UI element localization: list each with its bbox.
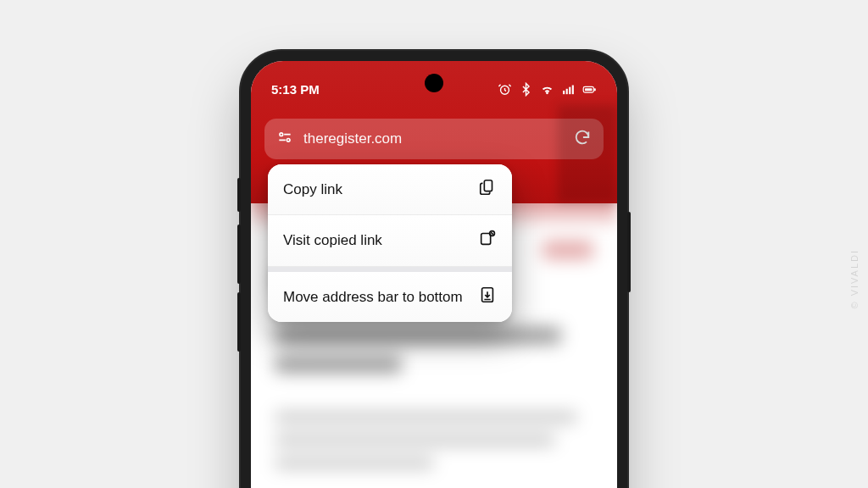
menu-item-label: Move address bar to bottom (283, 288, 478, 306)
wifi-icon (540, 82, 554, 97)
front-camera (425, 74, 443, 92)
phone-frame: 5:13 PM (241, 51, 627, 488)
visit-link-icon (478, 229, 497, 252)
bluetooth-icon (519, 82, 533, 97)
svg-rect-4 (572, 85, 574, 94)
copy-icon (478, 178, 497, 201)
blurred-line (275, 458, 434, 469)
address-bar[interactable]: theregister.com (264, 119, 604, 159)
volume-up-button (237, 225, 241, 284)
header-shadow (558, 105, 617, 203)
volume-down-button (237, 292, 241, 352)
menu-item-move-address-bar[interactable]: Move address bar to bottom (268, 267, 512, 322)
blurred-line (542, 241, 593, 259)
svg-rect-6 (594, 88, 596, 91)
blurred-line (275, 435, 555, 446)
alarm-icon (498, 82, 512, 97)
watermark: © VIVALDI (849, 249, 860, 309)
status-icons (498, 82, 597, 97)
move-down-icon (478, 286, 497, 308)
context-menu: Copy link Visit copied link Move address… (268, 164, 512, 322)
blurred-line (275, 356, 402, 373)
address-url[interactable]: theregister.com (303, 130, 563, 147)
status-time: 5:13 PM (271, 82, 320, 97)
svg-point-8 (280, 133, 283, 136)
svg-rect-1 (563, 90, 565, 93)
menu-item-visit-copied-link[interactable]: Visit copied link (268, 215, 512, 266)
power-button (627, 212, 631, 292)
svg-line-15 (491, 232, 493, 235)
menu-item-copy-link[interactable]: Copy link (268, 164, 512, 215)
screen: 5:13 PM (251, 61, 617, 488)
site-settings-icon[interactable] (276, 129, 293, 149)
stage: © VIVALDI 5:13 PM (0, 0, 868, 488)
signal-icon (561, 82, 576, 97)
svg-rect-2 (566, 88, 568, 93)
blurred-line (275, 327, 561, 344)
battery-icon (582, 82, 597, 97)
blurred-line (275, 412, 577, 423)
svg-rect-12 (484, 180, 492, 191)
menu-item-label: Copy link (283, 180, 478, 198)
svg-rect-3 (569, 86, 570, 94)
svg-point-10 (287, 139, 290, 142)
side-button (237, 178, 241, 212)
svg-rect-13 (481, 234, 491, 245)
svg-rect-7 (585, 88, 593, 91)
menu-item-label: Visit copied link (283, 231, 478, 249)
